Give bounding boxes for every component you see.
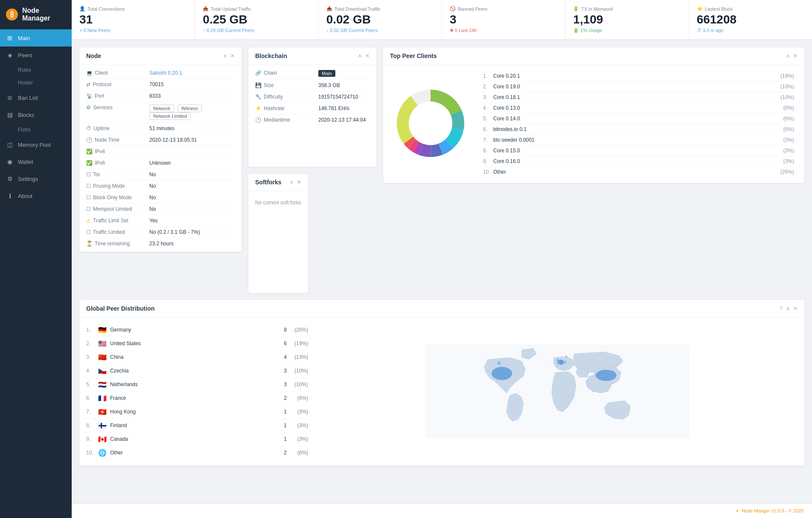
- hashrate-label: ⚡ Hashrate: [255, 105, 318, 111]
- top-peers-header: Top Peer Clients ∧ ✕: [383, 47, 804, 65]
- app-name: Node Manager: [22, 7, 66, 22]
- node-traffic-limit-set-row: ⚠ Traffic Limit Set Yes: [86, 215, 235, 227]
- stat-banned-sub: ✚ 0 Last 24h: [450, 28, 557, 33]
- sidebar-label-memory-pool: Memory Pool: [18, 142, 51, 148]
- app-logo: ₿ Node Manager: [0, 0, 72, 29]
- stat-block-label: ⭐ Lastest Block: [697, 6, 804, 12]
- svg-point-14: [596, 370, 616, 381]
- sidebar-item-main[interactable]: ⊞ Main: [0, 29, 72, 47]
- distribution-collapse-btn[interactable]: ∧: [786, 306, 790, 311]
- sidebar-item-memory-pool[interactable]: ◫ Memory Pool: [0, 136, 72, 153]
- stat-download-sub: ↓ 0.02 GB Current Peers: [326, 28, 434, 33]
- about-icon: ℹ: [6, 192, 14, 200]
- distribution-help-btn[interactable]: ?: [780, 306, 783, 311]
- sidebar-item-wallet[interactable]: ◉ Wallet: [0, 153, 72, 170]
- svg-point-15: [563, 361, 566, 364]
- download-icon: 📥: [326, 6, 332, 12]
- size-row: 💾 Size 358.3 GB: [255, 80, 370, 91]
- blockchain-collapse-btn[interactable]: ∧: [358, 53, 362, 59]
- node-pruning-label: ☐ Pruning Mode: [86, 183, 149, 189]
- node-time-remaining-value: 23.2 hours: [149, 241, 235, 247]
- sidebar-label-forks: Forks: [18, 127, 31, 133]
- svg-point-11: [409, 102, 452, 145]
- node-card-title: Node: [86, 52, 101, 59]
- softforks-card-body: No current soft forks: [248, 191, 308, 214]
- top-row: Node ∧ ✕ 💻 Client Satoshi 0.20.1 ⇄ Proto…: [79, 47, 804, 293]
- node-blockonly-label: ☐ Block Only Mode: [86, 195, 149, 201]
- sidebar: ₿ Node Manager ⊞ Main ◈ Peers Rules Host…: [0, 0, 72, 518]
- top-peers-title: Top Peer Clients: [390, 52, 437, 59]
- sidebar-item-ban-list[interactable]: ⊘ Ban List: [0, 89, 72, 106]
- sidebar-item-forks[interactable]: Forks: [0, 123, 72, 136]
- chain-row: 🔗 Chain Main: [255, 67, 370, 80]
- size-label: 💾 Size: [255, 82, 318, 88]
- sidebar-item-about[interactable]: ℹ About: [0, 187, 72, 204]
- dist-row-3: 3. 🇨🇳 China 4 (13%): [86, 351, 308, 364]
- sidebar-label-about: About: [18, 193, 32, 199]
- node-collapse-btn[interactable]: ∧: [223, 53, 227, 59]
- node-tor-row: ☐ Tor No: [86, 169, 235, 180]
- svg-point-13: [492, 367, 512, 380]
- node-services-value: Network Witness Network Limited: [149, 105, 235, 120]
- footer: 🔸 Node Manger v1.0.0 - © 2020: [72, 503, 812, 518]
- sidebar-item-hoster[interactable]: Hoster: [0, 76, 72, 89]
- sidebar-item-peers[interactable]: ◈ Peers: [0, 47, 72, 64]
- dist-row-8: 8. 🇫🇮 Finland 1 (3%): [86, 419, 308, 433]
- node-time-remaining-row: ⏳ Time remaining 23.2 hours: [86, 238, 235, 249]
- distribution-card-controls: ? ∧ ✕: [780, 306, 797, 311]
- peer-row-2: 2. Core 0.19.0 (10%): [483, 81, 794, 92]
- stat-mempool-label: 🔋 TX in Mempool: [573, 6, 681, 12]
- dist-row-9: 9. 🇨🇦 Canada 1 (3%): [86, 433, 308, 446]
- distribution-close-btn[interactable]: ✕: [793, 306, 797, 311]
- softforks-collapse-btn[interactable]: ∧: [290, 179, 294, 185]
- hashrate-row: ⚡ Hashrate 148.781 EH/s: [255, 103, 370, 114]
- sidebar-label-main: Main: [18, 35, 30, 41]
- svg-point-18: [610, 378, 612, 380]
- node-ipv4-label: ✅ IPv4: [86, 148, 149, 154]
- dist-row-7: 7. 🇭🇰 Hong Kong 1 (3%): [86, 405, 308, 419]
- node-pruning-row: ☐ Pruning Mode No: [86, 180, 235, 192]
- main-area: 👤 Total Connections 31 + 0 New Peers 📤 T…: [72, 0, 812, 518]
- top-peers-collapse-btn[interactable]: ∧: [786, 53, 790, 59]
- node-mempool-limited-value: No: [149, 206, 235, 212]
- dist-row-10: 10. 🌐 Other 2 (6%): [86, 446, 308, 460]
- chain-label: 🔗 Chain: [255, 70, 318, 76]
- blockchain-card-title: Blockchain: [255, 52, 287, 59]
- blockchain-card: Blockchain ∧ ✕ 🔗 Chain Main: [248, 47, 376, 167]
- node-uptime-row: ⏱ Uptime 51 minutes: [86, 123, 235, 134]
- sidebar-label-rules: Rules: [18, 67, 31, 73]
- sidebar-label-peers: Peers: [18, 52, 32, 58]
- sidebar-label-settings: Settings: [18, 176, 38, 182]
- node-tor-value: No: [149, 172, 235, 178]
- node-close-btn[interactable]: ✕: [230, 53, 235, 59]
- stat-connections-value: 31: [79, 13, 187, 26]
- svg-point-19: [565, 356, 567, 358]
- node-traffic-limit-set-value: Yes: [149, 218, 235, 224]
- node-card-body: 💻 Client Satoshi 0.20.1 ⇄ Protocol 70015…: [79, 65, 242, 252]
- softforks-card-header: Softforks ∧ ✕: [248, 174, 308, 191]
- chain-value: Main: [318, 70, 370, 77]
- sidebar-item-blocks[interactable]: ▤ Blocks: [0, 106, 72, 123]
- sidebar-item-settings[interactable]: ⚙ Settings: [0, 170, 72, 187]
- stat-download-value: 0.02 GB: [326, 13, 434, 26]
- node-traffic-limited-label: ☐ Traffic Limited: [86, 229, 149, 235]
- softforks-close-btn[interactable]: ✕: [297, 179, 301, 185]
- peer-row-6: 6. bitnodes.io 0.1 (6%): [483, 124, 794, 135]
- stat-download-label: 📥 Total Download Traffic: [326, 6, 434, 12]
- peers-legend: 1. Core 0.20.1 (19%) 2. Core 0.19.0 (10%…: [480, 71, 797, 177]
- svg-point-20: [497, 361, 501, 365]
- node-ipv6-value: Unknown: [149, 160, 235, 166]
- peer-row-8: 8. Core 0.15.0 (3%): [483, 146, 794, 156]
- node-traffic-limited-row: ☐ Traffic Limited No (0.2 / 3.1 GB - 7%): [86, 227, 235, 238]
- sidebar-item-rules[interactable]: Rules: [0, 64, 72, 76]
- top-peers-close-btn[interactable]: ✕: [793, 53, 797, 59]
- wallet-icon: ◉: [6, 158, 14, 166]
- node-time-row: 🕐 Node Time 2020-12-13 18:05:31: [86, 134, 235, 146]
- blockchain-close-btn[interactable]: ✕: [365, 53, 370, 59]
- softforks-card-controls: ∧ ✕: [290, 179, 301, 185]
- stat-upload-value: 0.25 GB: [203, 13, 310, 26]
- node-ipv6-label: ✅ IPv6: [86, 160, 149, 166]
- node-traffic-limit-set-label: ⚠ Traffic Limit Set: [86, 218, 149, 224]
- stat-download: 📥 Total Download Traffic 0.02 GB ↓ 0.02 …: [319, 0, 442, 39]
- badge-network: Network: [149, 105, 174, 112]
